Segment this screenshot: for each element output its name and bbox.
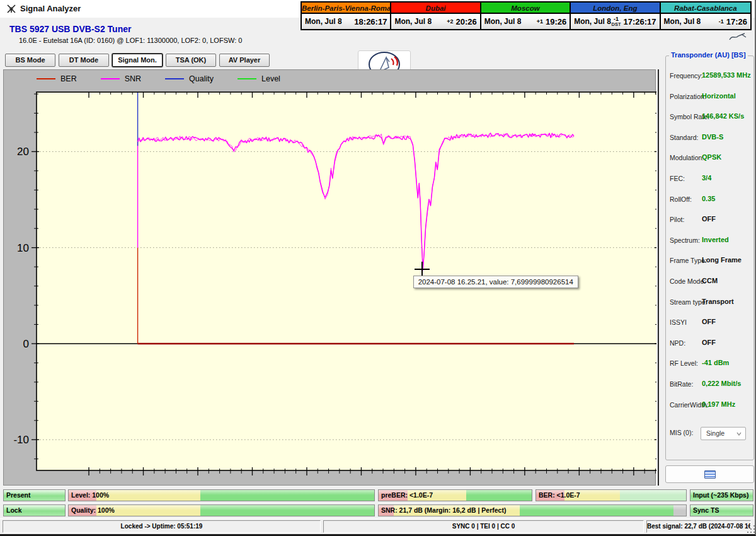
clock-city-label: Berlin-Paris-Vienna-Roma (302, 3, 390, 14)
svg-text:10: 10 (17, 242, 29, 254)
clock-city-label: London, Eng (571, 3, 659, 14)
field-value: CCM (702, 277, 718, 284)
clock-berlin: Berlin-Paris-Vienna-Roma Mon, Jul 8 18:2… (302, 3, 391, 29)
field-value: OFF (702, 215, 716, 223)
field-value: OFF (702, 318, 716, 325)
clock-london: London, Eng Mon, Jul 8 -1DST 17:26:17 (571, 3, 660, 29)
field-label: Spectrum: (670, 236, 700, 244)
clock-time: 20:26 (456, 17, 477, 26)
transponder-row: RollOff: 0.35 (666, 190, 753, 211)
field-value: DVB-S (702, 133, 723, 141)
transponder-row: FEC: 3/4 (666, 169, 753, 190)
clock-city-label: Dubai (391, 3, 479, 14)
field-value: Transport (702, 298, 734, 305)
field-value: 0.35 (702, 195, 715, 202)
clock-date: Mon, Jul 8 (394, 17, 432, 26)
field-value: Long Frame (702, 256, 742, 264)
transponder-row: RF Level: -41 dBm (666, 354, 753, 375)
field-value: OFF (702, 339, 716, 346)
clock-dubai: Dubai Mon, Jul 8 +2 20:26 (391, 3, 481, 29)
resize-grip[interactable] (746, 524, 755, 533)
tuner-info: 16.0E - Eutelsat 16A (ID: 0160) @ LOF1: … (19, 37, 242, 44)
sync-ts-indicator: Sync TS (690, 504, 753, 516)
svg-text:-10: -10 (13, 434, 29, 446)
clock-time: 17:26 (726, 17, 747, 26)
field-value: 3/4 (702, 174, 711, 182)
transponder-row: Polarization: Horizontal (666, 87, 753, 108)
pen-icon (728, 32, 747, 42)
world-clock-table: Berlin-Paris-Vienna-Roma Mon, Jul 8 18:2… (301, 1, 752, 30)
field-label: NPD: (670, 339, 685, 347)
tab-av-player[interactable]: AV Player (219, 54, 270, 67)
ber-bar: BER: <1.0E-7 (536, 489, 687, 501)
field-value: Inverted (702, 236, 729, 243)
field-value: -41 dBm (702, 359, 729, 366)
lock-indicator: Lock (3, 504, 66, 516)
transponder-row: BitRate: 0,222 Mbit/s (666, 375, 753, 395)
transponder-rows: Frequency: 12589,533 MHzPolarization: Ho… (666, 66, 753, 416)
transponder-row: Standard: DVB-S (666, 128, 753, 149)
transponder-title: Transponder (AU) [BS] (669, 51, 748, 59)
best-signal-status: Best signal: 22,7 dB (2024-07-08 16:58) (646, 520, 751, 533)
mis-label: MIS (0): (670, 429, 693, 436)
clock-moscow: Moscow Mon, Jul 8 +1 19:26 (481, 3, 571, 29)
clock-city-label: Rabat-Casablanca (661, 3, 750, 14)
field-label: RF Level: (670, 359, 698, 367)
quality-bar: Quality: 100% (68, 504, 375, 516)
mode-tabs: BS Mode DT Mode Signal Mon. TSA (OK) AV … (5, 54, 270, 67)
snr-bar: SNR: 21,7 dB (Margin: 16,2 dB | Perfect) (378, 504, 687, 516)
field-label: BitRate: (670, 380, 693, 388)
clock-date: Mon, Jul 8 (484, 17, 522, 26)
clock-date: Mon, Jul 8 (664, 17, 701, 26)
clock-rabat: Rabat-Casablanca Mon, Jul 8 -1 17:26 (661, 3, 750, 29)
tab-signal-mon[interactable]: Signal Mon. (112, 54, 163, 67)
field-label: Frame Type: (670, 257, 707, 264)
transponder-row: Frame Type: Long Frame (666, 251, 753, 272)
field-value: 146,842 KS/s (702, 112, 744, 120)
field-value: 12589,533 MHz (702, 71, 751, 79)
field-label: Polarization: (670, 93, 706, 100)
clock-time: 17:26:17 (624, 17, 656, 26)
svg-text:20: 20 (17, 146, 29, 158)
transponder-row: Frequency: 12589,533 MHz (666, 66, 753, 87)
transponder-row: CarrierWidth: 0,197 MHz (666, 395, 753, 416)
clock-city-label: Moscow (481, 3, 570, 14)
device-title: TBS 5927 USB DVB-S2 Tuner (9, 24, 131, 34)
tab-tsa[interactable]: TSA (OK) (166, 54, 216, 67)
field-label: Modulation: (670, 154, 704, 161)
app-icon (6, 4, 16, 14)
field-label: FEC: (670, 175, 685, 182)
export-button[interactable] (665, 465, 754, 483)
present-indicator: Present (3, 489, 66, 501)
field-label: Standard: (670, 134, 699, 141)
clock-date: Mon, Jul 8 (305, 17, 342, 26)
field-value: 0,197 MHz (702, 400, 735, 408)
mis-select[interactable]: Single (701, 427, 746, 440)
preber-bar: preBER: <1.0E-7 (378, 489, 532, 501)
input-indicator: Input (~235 Kbps) (690, 489, 753, 501)
transponder-row: Modulation: QPSK (666, 148, 753, 169)
clock-date: Mon, Jul 8 (574, 17, 611, 26)
tab-bs-mode[interactable]: BS Mode (5, 54, 55, 67)
status-bar: Locked -> Uptime: 05:51:19 SYNC 0 | TEI … (0, 518, 756, 534)
transponder-row: Stream type: Transport (666, 293, 753, 313)
transponder-row: Pilot: OFF (666, 210, 753, 231)
counters-status: SYNC 0 | TEI 0 | CC 0 (323, 520, 644, 533)
field-value: QPSK (702, 153, 721, 161)
transponder-row: Spectrum: Inverted (666, 231, 753, 252)
uptime-status: Locked -> Uptime: 05:51:19 (3, 520, 321, 533)
field-label: Pilot: (670, 216, 684, 223)
field-value: Horizontal (702, 92, 736, 100)
clock-time: 18:26:17 (354, 17, 387, 26)
chart-sidebar-splitter[interactable] (658, 69, 659, 486)
transponder-row: NPD: OFF (666, 334, 753, 354)
field-label: RollOff: (670, 195, 692, 203)
svg-text:0: 0 (23, 338, 29, 350)
mis-row: MIS (0): Single (666, 426, 753, 441)
chart-tooltip: 2024-07-08 16.25.21, value: 7,6999998092… (413, 276, 578, 288)
field-label: Frequency: (670, 72, 703, 79)
field-label: ISSYI (670, 318, 687, 326)
tab-dt-mode[interactable]: DT Mode (59, 54, 109, 67)
transponder-row: Code Mode: CCM (666, 272, 753, 293)
transponder-panel: Transponder (AU) [BS] Frequency: 12589,5… (665, 55, 754, 460)
